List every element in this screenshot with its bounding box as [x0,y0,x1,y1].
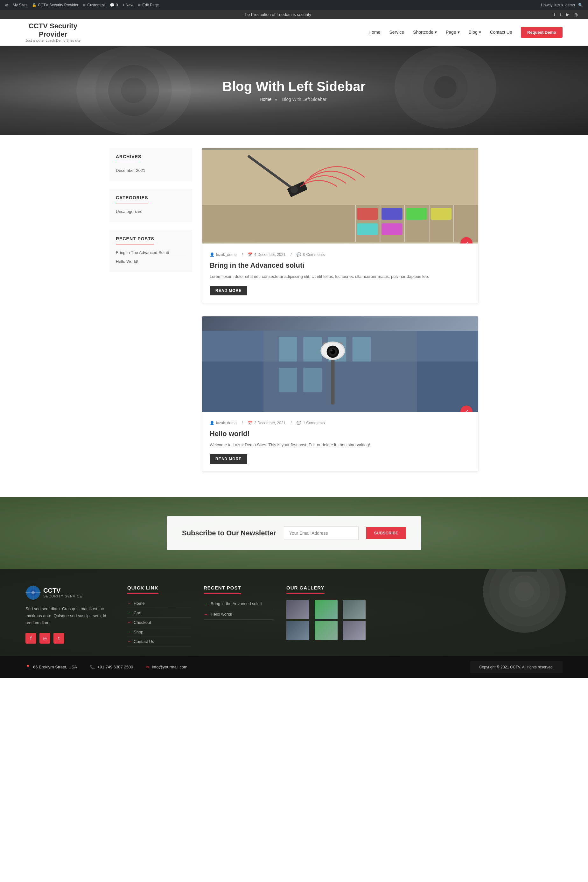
archives-title: ARCHIVES [116,154,141,162]
footer-description: Sed sed sem diam. Cras quis mattis ex, a… [26,606,114,627]
svg-rect-20 [381,224,402,235]
svg-rect-19 [357,224,378,235]
read-more-button-1[interactable]: READ MORE [210,286,247,295]
calendar-icon: 📅 [248,252,253,257]
wp-icon[interactable]: ⊕ [5,3,8,8]
new-link[interactable]: + New [123,3,134,8]
footer-address: 📍 66 Broklyrn Street, USA [26,665,77,669]
ig-social-icon[interactable]: ◎ [574,12,578,17]
svg-rect-30 [352,337,371,361]
request-demo-button[interactable]: Request Demo [521,27,562,38]
main-nav: Home Service Shortcode ▾ Page ▾ Blog ▾ C… [369,27,562,38]
footer-recent-post-link-2[interactable]: Hello world! [211,612,232,616]
nav-shortcode[interactable]: Shortcode ▾ [413,30,437,35]
post2-illustration [202,329,478,412]
subscribe-button[interactable]: SUBSCRIBE [366,527,406,539]
notice-bar: The Precaution of freedom is security f … [0,10,588,19]
gallery-thumb[interactable] [343,600,366,619]
yt-social-icon[interactable]: ▶ [566,12,569,17]
arrow-icon: → [204,601,208,606]
tw-social-icon[interactable]: t [560,12,561,17]
footer-content: CCTV SECURITY SERVICE Sed sed sem diam. … [26,585,562,646]
comment-icon: 💬 [297,421,302,425]
footer-link-cart[interactable]: Cart [127,610,191,615]
list-item: Contact Us [127,637,191,646]
nav-service[interactable]: Service [389,30,404,35]
footer-recent-post-title: RECENT POST [204,585,241,594]
breadcrumb: Home » Blog With Left Sidebar [260,97,328,102]
fb-social-icon[interactable]: f [554,12,555,17]
recent-posts-list: Bring in The Advanced Soluti Hello World… [116,248,186,266]
footer-links-list: Home Cart Checkout Shop Contact Us [127,599,191,646]
post-image-1: ⤢ [202,148,478,243]
categories-title: CATEGORIES [116,195,148,203]
list-item: → Hello world! [204,609,274,620]
comments-link[interactable]: 💬 0 [110,3,118,8]
gallery-thumb[interactable] [315,600,338,619]
footer-logo-icon [26,585,41,600]
location-icon: 📍 [26,665,30,669]
edit-page-link[interactable]: ✏ Edit Page [138,3,159,8]
post-title-2: Hello world! [210,430,471,438]
post-image-2: ⤢ [202,316,478,412]
my-sites-link[interactable]: My Sites [13,3,27,8]
list-item[interactable]: Hello World! [116,257,186,266]
footer-twitter-link[interactable]: t [54,633,64,644]
search-icon[interactable]: 🔍 [578,3,583,8]
footer-about: CCTV SECURITY SERVICE Sed sed sem diam. … [26,585,114,646]
archives-widget: ARCHIVES December 2021 [110,148,192,181]
footer-brand-name: CCTV [43,587,82,594]
nav-page[interactable]: Page ▾ [446,30,460,35]
newsletter-email-input[interactable] [284,526,359,540]
nav-contact[interactable]: Contact Us [490,30,512,35]
footer-link-shop[interactable]: Shop [127,630,191,634]
nav-blog[interactable]: Blog ▾ [469,30,481,35]
site-name-link[interactable]: 🔒 CCTV Security Provider [32,3,78,8]
footer-gallery: OUR GALLERY [286,585,369,646]
footer-social: f ◎ t [26,633,114,644]
footer-logo: CCTV SECURITY SERVICE [26,585,114,600]
admin-bar-left: ⊕ My Sites 🔒 CCTV Security Provider ✏ Cu… [5,3,159,8]
admin-bar-right: Howdy, luzuk_demo 🔍 [541,3,583,8]
footer-link-contact[interactable]: Contact Us [127,639,191,644]
gallery-thumb[interactable] [315,621,338,640]
svg-rect-17 [406,208,427,220]
newsletter-title: Subscribe to Our Newsletter [182,529,276,537]
footer-facebook-link[interactable]: f [26,633,36,644]
list-item[interactable]: December 2021 [116,166,186,175]
post-card: ⤢ 👤 luzuk_demo / 📅 4 December, 2021 / [202,148,478,304]
customize-link[interactable]: ✏ Customize [83,3,105,8]
list-item[interactable]: Bring in The Advanced Soluti [116,248,186,257]
list-item: → Bring in the Advanced soluti [204,599,274,609]
user-greeting[interactable]: Howdy, luzuk_demo [541,3,575,8]
footer-link-home[interactable]: Home [127,601,191,606]
footer-instagram-link[interactable]: ◎ [39,633,50,644]
nav-home[interactable]: Home [369,30,380,35]
footer-logo-text: CCTV SECURITY SERVICE [43,587,82,598]
gallery-thumb[interactable] [343,621,366,640]
list-item[interactable]: Uncategorized [116,207,186,216]
recent-posts-widget: RECENT POSTS Bring in The Advanced Solut… [110,230,192,272]
post-comments-2: 💬 1 Comments [297,421,324,425]
breadcrumb-home[interactable]: Home [260,97,272,102]
post-date-divider-2: / [242,421,243,425]
phone-icon: 📞 [90,665,95,669]
footer-quick-link-title: QUICK LINK [127,585,159,594]
footer-recent-post-link-1[interactable]: Bring in the Advanced soluti [211,601,261,606]
footer-link-checkout[interactable]: Checkout [127,620,191,625]
post-card: ⤢ 👤 luzuk_demo / 📅 3 December, 2021 / [202,316,478,472]
gallery-thumb[interactable] [286,621,309,640]
sidebar: ARCHIVES December 2021 CATEGORIES Uncate… [110,148,192,484]
user-icon: 👤 [210,421,214,425]
list-item: Home [127,599,191,608]
post-author-1: 👤 luzuk_demo [210,252,237,257]
read-more-button-2[interactable]: READ MORE [210,454,247,464]
main-content: ARCHIVES December 2021 CATEGORIES Uncate… [103,148,485,484]
gallery-thumb[interactable] [286,600,309,619]
post-date-1: 📅 4 December, 2021 [248,252,285,257]
post-comments-divider-2: / [291,421,291,425]
post-excerpt-2: Welcome to Luzuk Demo Sites. This is you… [210,442,471,448]
svg-rect-27 [279,337,297,361]
footer-quick-links: QUICK LINK Home Cart Checkout Shop Conta… [127,585,191,646]
categories-widget: CATEGORIES Uncategorized [110,189,192,222]
